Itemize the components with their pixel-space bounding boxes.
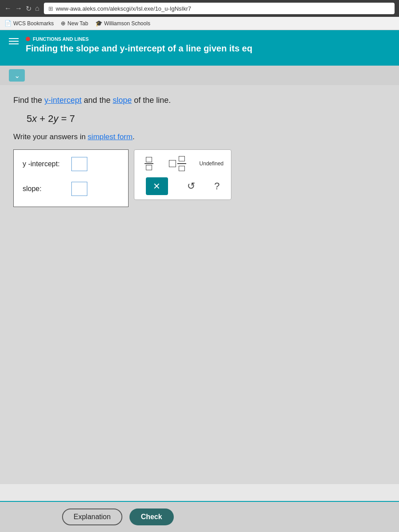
mixed-fraction-button[interactable] xyxy=(166,154,189,173)
hamburger-line1 xyxy=(9,38,19,39)
simplest-form-link[interactable]: simplest form xyxy=(88,133,133,141)
fraction-button[interactable] xyxy=(142,155,156,172)
frac-line xyxy=(145,163,153,164)
wcs-label: WCS Bookmarks xyxy=(13,20,54,27)
bookmark-wcs[interactable]: 📄 WCS Bookmarks xyxy=(4,20,54,27)
nav-controls: ← → ↻ ⌂ xyxy=(4,4,39,13)
williamson-icon: 🎓 xyxy=(95,20,102,27)
answer-area: y -intercept: slope: xyxy=(13,149,386,207)
main-content: Find the y-intercept and the slope of th… xyxy=(0,85,399,484)
y-intercept-row: y -intercept: xyxy=(23,157,119,171)
mixed-frac-bottom xyxy=(179,166,185,171)
aleks-header: FUNCTIONS AND LINES Finding the slope an… xyxy=(0,30,399,66)
browser-chrome: ← → ↻ ⌂ ⊞ www-awa.aleks.com/alekscgi/x/I… xyxy=(0,0,399,17)
home-button[interactable]: ⌂ xyxy=(35,4,39,12)
simplest-post: . xyxy=(133,133,135,141)
undefined-button[interactable]: Undefined xyxy=(200,160,224,167)
forward-button[interactable]: → xyxy=(15,4,22,12)
mixed-frac-line xyxy=(177,163,186,164)
hamburger-line2 xyxy=(9,41,19,42)
bookmarks-bar: 📄 WCS Bookmarks ⊕ New Tab 🎓 Williamson S… xyxy=(0,17,399,30)
math-keyboard: Undefined ✕ ↺ ? xyxy=(134,149,231,200)
mixed-frac-top xyxy=(179,156,185,161)
keyboard-action-row: ✕ ↺ ? xyxy=(139,177,227,195)
address-bar[interactable]: ⊞ www-awa.aleks.com/alekscgi/x/Isl.exe/1… xyxy=(44,3,395,14)
y-intercept-label: y -intercept: xyxy=(23,160,67,168)
instruction-mid: and the xyxy=(82,96,113,105)
frac-bottom-box xyxy=(146,165,152,170)
bottom-bar: Explanation Check xyxy=(0,501,399,532)
header-category: FUNCTIONS AND LINES xyxy=(26,36,390,42)
category-label: FUNCTIONS AND LINES xyxy=(33,36,89,42)
answer-inputs-panel: y -intercept: slope: xyxy=(13,149,129,207)
equation-display: 5x + 2y = 7 xyxy=(27,113,386,125)
clear-button[interactable]: ✕ xyxy=(146,177,168,195)
back-button[interactable]: ← xyxy=(4,4,12,12)
header-title: Finding the slope and y-intercept of a l… xyxy=(26,43,390,54)
williamson-label: Williamson Schools xyxy=(104,20,150,27)
reload-button[interactable]: ↻ xyxy=(26,4,31,13)
y-intercept-input[interactable] xyxy=(71,157,87,171)
problem-instruction: Find the y-intercept and the slope of th… xyxy=(13,96,386,105)
y-intercept-link[interactable]: y-intercept xyxy=(44,96,82,105)
slope-label: slope: xyxy=(23,185,67,193)
newtab-label: New Tab xyxy=(67,20,88,27)
simplest-form-note: Write your answers in simplest form. xyxy=(13,133,386,141)
slope-row: slope: xyxy=(23,182,119,196)
slope-input[interactable] xyxy=(71,182,87,196)
instruction-pre: Find the xyxy=(13,96,44,105)
explanation-button[interactable]: Explanation xyxy=(62,509,122,525)
x-icon: ✕ xyxy=(153,181,160,192)
bookmark-newtab[interactable]: ⊕ New Tab xyxy=(61,20,88,27)
chevron-down-button[interactable]: ⌄ xyxy=(9,69,25,82)
newtab-icon: ⊕ xyxy=(61,20,66,27)
help-button[interactable]: ? xyxy=(214,180,219,192)
frac-top-box xyxy=(146,157,152,162)
url-text: www-awa.aleks.com/alekscgi/x/Isl.exe/1o_… xyxy=(56,5,192,12)
chevron-row: ⌄ xyxy=(0,66,399,85)
slope-link[interactable]: slope xyxy=(113,96,132,105)
check-button[interactable]: Check xyxy=(129,509,174,525)
header-text: FUNCTIONS AND LINES Finding the slope an… xyxy=(26,36,390,54)
bookmark-williamson[interactable]: 🎓 Williamson Schools xyxy=(95,20,150,27)
hamburger-line3 xyxy=(9,43,19,44)
grid-icon: ⊞ xyxy=(48,5,53,12)
equation-text: 5x + 2y = 7 xyxy=(27,113,75,124)
red-dot-icon xyxy=(26,37,30,41)
instruction-post: of the line. xyxy=(132,96,171,105)
mixed-whole-box xyxy=(169,160,176,167)
simplest-pre: Write your answers in xyxy=(13,133,88,141)
wcs-icon: 📄 xyxy=(4,20,12,27)
hamburger-menu[interactable] xyxy=(9,38,19,44)
keyboard-row-fractions: Undefined xyxy=(139,154,227,173)
undo-button[interactable]: ↺ xyxy=(187,180,195,192)
